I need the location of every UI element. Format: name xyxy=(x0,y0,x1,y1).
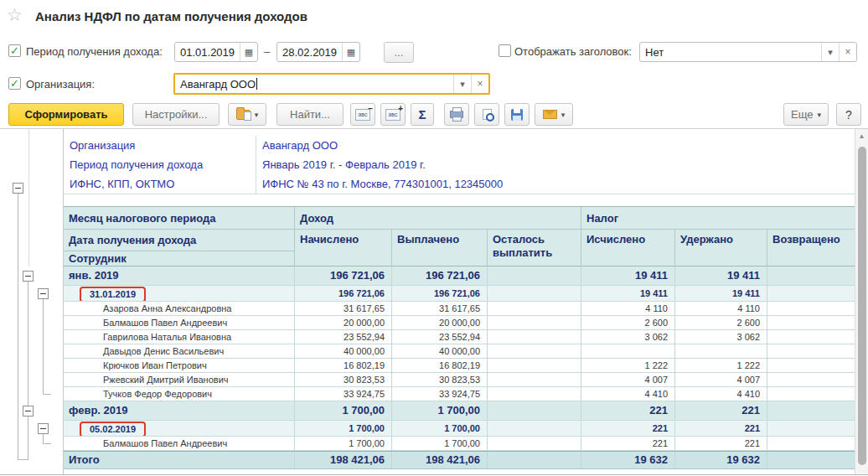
header-calculated: Исчислено xyxy=(581,230,675,266)
report-area: Организация Авангард ООО Период получени… xyxy=(0,128,868,475)
table-header: Месяц налогового периода Дата получения … xyxy=(64,206,855,266)
gutter-gridline xyxy=(28,129,29,266)
period-to-value[interactable]: 28.02.2019 xyxy=(277,46,342,59)
chevron-down-icon: ▾ xyxy=(561,111,566,119)
table-row-employee[interactable]: Балмашов Павел Андреевич 20 000,00 20 00… xyxy=(64,316,855,330)
expand-groups-icon: + xyxy=(385,109,400,121)
clear-icon[interactable]: × xyxy=(471,75,488,93)
show-header-combo[interactable]: Нет ▾ × xyxy=(639,42,857,62)
highlight-annotation[interactable]: 31.01.2019 xyxy=(80,287,146,301)
period-checkbox[interactable]: ✓ xyxy=(8,44,21,57)
report-sheet: Организация Авангард ООО Период получени… xyxy=(64,129,855,474)
settings-button[interactable]: Настройки... xyxy=(132,103,220,126)
sigma-icon: Σ xyxy=(418,107,426,122)
period-to-input[interactable]: 28.02.2019 ▦ xyxy=(276,42,360,62)
organization-checkbox[interactable]: ✓ xyxy=(8,77,21,90)
organization-combo[interactable]: Авангард ООО ▾ × xyxy=(173,73,490,95)
generate-button[interactable]: Сформировать xyxy=(8,103,124,126)
send-email-button[interactable]: ▾ xyxy=(535,103,573,126)
calendar-icon[interactable]: ▦ xyxy=(342,43,359,61)
report-variants-button[interactable]: ▾ xyxy=(228,103,266,126)
expand-groups-button[interactable]: + xyxy=(380,103,406,126)
preview-icon xyxy=(483,109,492,120)
print-preview-button[interactable] xyxy=(474,103,499,126)
table-row-employee[interactable]: Тучков Федор Федорович 33 924,75 33 924,… xyxy=(64,387,855,401)
show-header-value[interactable]: Нет xyxy=(640,46,821,59)
header-month: Месяц налогового периода xyxy=(64,207,294,230)
collapse-toggle-date-3101[interactable] xyxy=(38,288,49,299)
period-from-value[interactable]: 01.01.2019 xyxy=(175,46,240,59)
collapse-toggle-date-0502[interactable] xyxy=(38,423,49,434)
help-button[interactable]: ? xyxy=(836,103,861,126)
header-employee: Сотрудник xyxy=(64,251,294,266)
collapse-groups-button[interactable]: − xyxy=(350,103,375,126)
printer-icon xyxy=(450,111,463,118)
title-bar: ☆ Анализ НДФЛ по датам получения доходов xyxy=(0,0,868,37)
find-button[interactable]: Найти... xyxy=(276,103,344,126)
header-paid: Выплачено xyxy=(392,230,488,266)
highlight-annotation[interactable]: 05.02.2019 xyxy=(80,422,146,436)
show-header-checkbox[interactable] xyxy=(499,44,511,57)
header-withheld: Удержано xyxy=(675,230,767,266)
scroll-up-icon[interactable]: ▲ xyxy=(855,130,868,143)
chevron-down-icon: ▾ xyxy=(817,111,821,119)
page-title: Анализ НДФЛ по датам получения доходов xyxy=(35,9,307,23)
collapse-groups-icon: − xyxy=(355,109,370,121)
show-header-label: Отображать заголовок: xyxy=(514,45,632,58)
header-date: Дата получения дохода xyxy=(64,230,294,251)
print-button[interactable] xyxy=(444,103,469,126)
clear-icon[interactable]: × xyxy=(839,43,856,61)
sum-button[interactable]: Σ xyxy=(411,103,434,126)
period-more-button[interactable]: ... xyxy=(384,42,414,63)
header-income-group: Доход xyxy=(295,207,581,230)
more-button[interactable]: Еще ▾ xyxy=(783,103,829,126)
table-row-total[interactable]: Итого 198 421,06 198 421,06 19 632 19 63… xyxy=(64,451,855,469)
table-row-date[interactable]: 05.02.2019 1 700,00 1 700,00 221 221 xyxy=(64,421,855,437)
table-row-employee[interactable]: Ржевский Дмитрий Иванович 30 823,53 30 8… xyxy=(64,373,855,387)
filter-row-organization: ✓ Организация: Авангард ООО ▾ × xyxy=(0,72,868,97)
period-from-input[interactable]: 01.01.2019 ▦ xyxy=(174,42,258,62)
info-row: Организация Авангард ООО xyxy=(64,136,855,155)
save-icon xyxy=(511,109,523,121)
organization-label: Организация: xyxy=(26,78,95,91)
organization-value[interactable]: Авангард ООО xyxy=(180,78,256,91)
info-row: ИФНС, КПП, ОКТМО ИФНС № 43 по г. Москве,… xyxy=(64,174,855,194)
table-row-date[interactable]: 31.01.2019 196 721,06 196 721,06 19 411 … xyxy=(64,286,855,302)
report-info: Организация Авангард ООО Период получени… xyxy=(64,129,855,194)
chevron-down-icon[interactable]: ▾ xyxy=(453,75,471,93)
email-icon xyxy=(543,110,557,119)
scrollbar-thumb[interactable] xyxy=(858,147,866,465)
table-row-employee[interactable]: Азарова Анна Александровна 31 617,65 31 … xyxy=(64,302,855,316)
table-row-employee[interactable]: Балмашов Павел Андреевич 1 700,00 1 700,… xyxy=(64,437,855,451)
header-tax-group: Налог xyxy=(581,207,855,230)
period-dash: – xyxy=(264,45,270,58)
header-remaining: Осталось выплатить xyxy=(488,230,581,266)
calendar-icon[interactable]: ▦ xyxy=(240,43,257,61)
info-row: Период получения дохода Январь 2019 г. -… xyxy=(64,155,855,174)
collapse-toggle-month-jan[interactable] xyxy=(23,271,34,282)
table-row-employee[interactable]: Давыдов Денис Васильевич 40 000,00 40 00… xyxy=(64,344,855,359)
folder-icon xyxy=(236,110,251,120)
save-button[interactable] xyxy=(504,103,530,126)
table-body: янв. 2019 196 721,06 196 721,06 19 411 1… xyxy=(64,266,855,469)
period-label: Период получения дохода: xyxy=(26,45,163,58)
header-returned: Возвращено xyxy=(767,230,855,266)
favorite-star-icon[interactable]: ☆ xyxy=(7,5,23,25)
chevron-down-icon[interactable]: ▾ xyxy=(821,43,839,61)
table-row-employee[interactable]: Крючков Иван Петрович 16 802,19 16 802,1… xyxy=(64,359,855,373)
table-row-month[interactable]: февр. 2019 1 700,00 1 700,00 221 221 xyxy=(64,401,855,421)
filter-row-period: ✓ Период получения дохода: 01.01.2019 ▦ … xyxy=(0,40,868,65)
collapse-toggle-root[interactable] xyxy=(13,183,23,194)
vertical-scrollbar[interactable]: ▲ xyxy=(855,129,868,474)
table-row-employee[interactable]: Гаврилова Наталья Ивановна 23 552,94 23 … xyxy=(64,330,855,344)
table-row-month[interactable]: янв. 2019 196 721,06 196 721,06 19 411 1… xyxy=(64,266,855,286)
toolbar: Сформировать Настройки... ▾ Найти... − +… xyxy=(0,101,868,128)
text-caret xyxy=(256,78,257,90)
collapse-toggle-month-feb[interactable] xyxy=(23,406,34,416)
header-accrued: Начислено xyxy=(295,230,392,266)
chevron-down-icon: ▾ xyxy=(255,111,259,119)
